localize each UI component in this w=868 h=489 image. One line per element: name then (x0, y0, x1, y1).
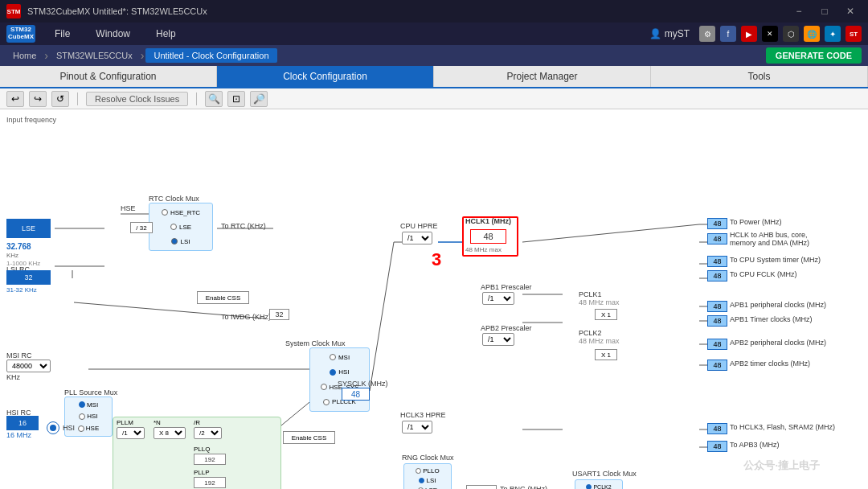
cpu-hpre-select[interactable]: /1 (402, 232, 432, 244)
label-apb1-tmr: APB1 Timer clocks (MHz) (730, 315, 865, 323)
resolve-clock-button[interactable]: Resolve Clock Issues (86, 92, 188, 106)
apb1-label: APB1 Prescaler (481, 283, 532, 291)
hsi-circle (47, 421, 59, 434)
enable-css-btn2[interactable]: Enable CSS (283, 431, 335, 444)
apb2-select[interactable]: /1 (482, 333, 514, 346)
reset-button[interactable]: ↺ (51, 91, 69, 107)
pllm-label: PLLM (117, 419, 133, 426)
tab-tools[interactable]: Tools (651, 66, 868, 87)
lsi-rng: LSI (426, 477, 436, 484)
sysclk-label: SYSCLK (MHz) (338, 380, 388, 388)
toolbar: ↩ ↪ ↺ Resolve Clock Issues 🔍 ⊡ 🔎 (0, 88, 868, 109)
out-val-7: 48 (707, 339, 727, 350)
window-title: STM32CubeMX Untitled*: STM32WLE5CCUx (27, 6, 788, 16)
social-icons: ⚙ f ▶ ✕ ⬡ 🌐 ✦ ST (699, 26, 862, 42)
generate-code-button[interactable]: GENERATE CODE (766, 47, 862, 64)
pllp-val: 192 (194, 477, 226, 488)
menu-file[interactable]: File (51, 27, 73, 41)
red-number: 3 (432, 249, 441, 270)
star-icon[interactable]: ✦ (825, 26, 841, 42)
out-val-2: 48 (707, 233, 727, 244)
globe-icon[interactable]: 🌐 (804, 26, 820, 42)
github-icon[interactable]: ⬡ (783, 26, 799, 42)
lsi-val: 32 (24, 273, 32, 281)
bc-home[interactable]: Home (6, 49, 43, 62)
main-diagram: Input frequency LSE 32.768 KHz 1-1000 KH… (0, 109, 868, 489)
rtc-mux-box: HSE_RTC LSE LSI (149, 203, 213, 251)
freq-unit: KHz (6, 252, 18, 259)
out-val-6: 48 (707, 315, 727, 327)
plln-label: *N (154, 419, 161, 426)
titlebar: STM STM32CubeMX Untitled*: STM32WLE5CCUx… (0, 0, 868, 23)
plln-select[interactable]: X 8 (154, 427, 186, 439)
breadcrumb: Home › STM32WLE5CCUx › Untitled - Clock … (0, 45, 868, 66)
label-ahb: HCLK to AHB bus, core, (730, 231, 865, 239)
myst-button[interactable]: 👤 myST (649, 28, 690, 39)
hclk1-val[interactable]: 48 (470, 229, 506, 244)
hclk3-label: HCLK3 HPRE (400, 411, 446, 419)
pclk2-max: 48 MHz max (579, 337, 620, 345)
msi-rc-label: MSI RC (6, 351, 32, 360)
tab-project[interactable]: Project Manager (434, 66, 651, 87)
redo-button[interactable]: ↪ (29, 91, 47, 107)
pllp-label: PLLP (194, 469, 210, 476)
x1-box2: X 1 (595, 349, 617, 360)
pllo-rng: PLLO (423, 467, 439, 475)
maximize-button[interactable]: □ (813, 4, 836, 18)
zoom-in-icon[interactable]: 🔍 (205, 91, 223, 107)
msi-select[interactable]: 48000 (6, 360, 51, 372)
svg-line-12 (522, 224, 699, 242)
undo-button[interactable]: ↩ (6, 91, 24, 107)
msi-radio-sys (330, 354, 336, 360)
hsi-mhz: 16 MHz (6, 431, 31, 439)
minimize-button[interactable]: − (788, 4, 810, 18)
msi-unit: KHz (6, 373, 20, 381)
bc-page[interactable]: Untitled - Clock Configuration (145, 48, 276, 63)
lsi-radio-rtc (171, 238, 178, 244)
x1-box1: X 1 (595, 309, 617, 320)
freq-value: 32.768 (6, 242, 31, 251)
hclk3-select[interactable]: /1 (402, 421, 432, 434)
toolbar-separator (77, 92, 78, 105)
out-val-5: 48 (707, 301, 727, 312)
pll-source-label: PLL Source Mux (64, 388, 117, 397)
usart1-mux-label: USART1 Clock Mux (572, 470, 637, 478)
x-icon[interactable]: ✕ (762, 26, 778, 42)
facebook-icon[interactable]: f (720, 26, 736, 42)
pclk2-u1: PCLK2 (593, 484, 611, 489)
out-val-4: 48 (707, 270, 727, 281)
settings-icon[interactable]: ⚙ (699, 26, 715, 42)
to-rtc-label: To RTC (KHz) (221, 222, 266, 230)
pllm-select[interactable]: /1 (117, 427, 145, 439)
logo-box: STM32CubeMX (6, 25, 35, 43)
usart1-mux-box: PCLK2 SYSCLK HSI LSE (575, 479, 623, 489)
zoom-out-icon[interactable]: 🔎 (250, 91, 268, 107)
hsi-val-box: 16 (6, 416, 39, 430)
apb2-label: APB2 Prescaler (481, 324, 532, 332)
close-button[interactable]: ✕ (839, 4, 862, 18)
to-rng-label: To RNG (MHz) (500, 485, 547, 489)
menu-items: File Window Help (51, 27, 179, 41)
input-frequency-label: Input frequency (6, 116, 56, 124)
pclk1-label: PCLK1 (579, 290, 602, 298)
tab-clock[interactable]: Clock Configuration (217, 66, 434, 87)
watermark: 公众号·撞上电子 (743, 458, 820, 473)
hsi-radio-sys (330, 369, 336, 376)
div32-box: / 32 (130, 222, 153, 233)
stm-icon[interactable]: ST (845, 26, 862, 42)
youtube-icon[interactable]: ▶ (741, 26, 757, 42)
sys-clk-mux-label: System Clock Mux (285, 339, 346, 347)
bc-device[interactable]: STM32WLE5CCUx (50, 49, 139, 62)
label-power: To Power (MHz) (730, 218, 865, 226)
enable-css-btn1[interactable]: Enable CSS (197, 291, 249, 304)
rng-mux-label: RNG Clock Mux (402, 454, 454, 462)
pllr-select[interactable]: /2 (194, 427, 222, 439)
tab-pinout[interactable]: Pinout & Configuration (0, 66, 217, 87)
label-apb3: To APB3 (MHz) (730, 441, 865, 449)
apb1-select[interactable]: /1 (482, 292, 514, 305)
menu-window[interactable]: Window (92, 27, 133, 41)
lsi-khz: 31-32 KHz (6, 286, 37, 294)
menu-help[interactable]: Help (153, 27, 179, 41)
hsi-by-pll: HSI (63, 424, 75, 432)
fit-view-icon[interactable]: ⊡ (227, 91, 245, 107)
